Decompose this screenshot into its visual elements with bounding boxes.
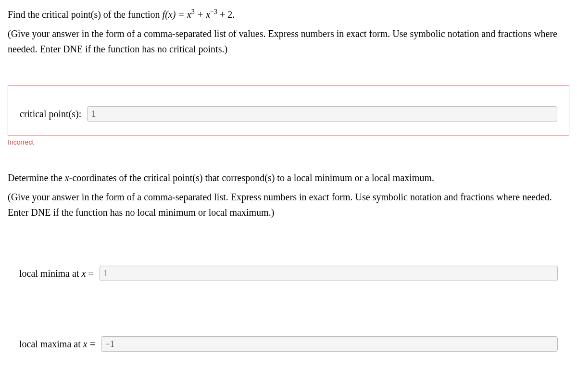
question2-prompt: Determine the x-coordinates of the criti… [8, 170, 569, 185]
critical-points-label: critical point(s): [20, 109, 81, 120]
question1-instruction: (Give your answer in the form of a comma… [8, 26, 569, 57]
local-minima-label: local minima at x = [19, 268, 94, 279]
local-minima-row: local minima at x = [19, 266, 558, 281]
incorrect-feedback: Incorrect [8, 138, 569, 146]
critical-points-row: critical point(s): [20, 106, 557, 122]
local-maxima-container: local maxima at x = [8, 336, 569, 352]
local-minima-input[interactable] [100, 266, 558, 281]
q1-prefix: Find the critical point(s) of the functi… [8, 9, 163, 20]
question2-instruction: (Give your answer in the form of a comma… [8, 189, 569, 220]
q1-function: f(x) = x3 + x−3 [163, 9, 217, 20]
local-maxima-input[interactable] [101, 336, 558, 352]
local-maxima-label: local maxima at x = [19, 339, 95, 350]
critical-points-answer-box: critical point(s): [8, 86, 569, 135]
local-minima-container: local minima at x = [8, 266, 569, 281]
local-maxima-row: local maxima at x = [19, 336, 558, 352]
question1-prompt: Find the critical point(s) of the functi… [8, 7, 569, 22]
critical-points-input[interactable] [87, 106, 557, 122]
